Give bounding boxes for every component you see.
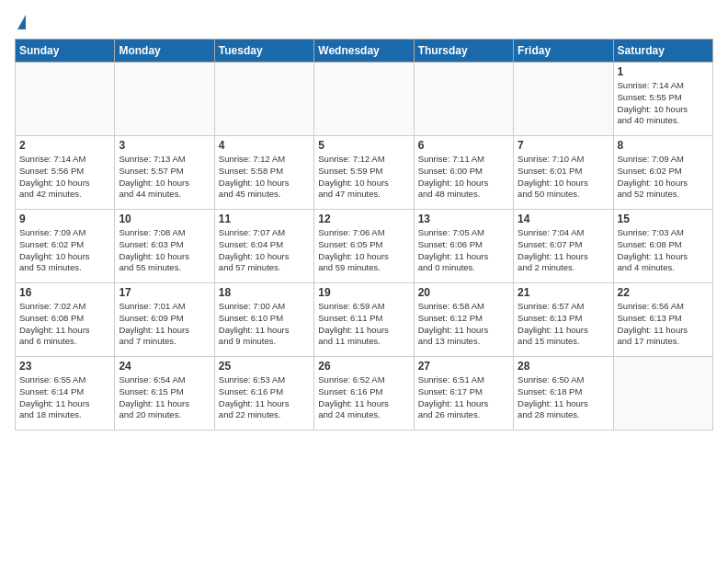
- calendar-cell: 6Sunrise: 7:11 AM Sunset: 6:00 PM Daylig…: [414, 136, 513, 210]
- calendar-cell: 12Sunrise: 7:06 AM Sunset: 6:05 PM Dayli…: [314, 210, 414, 283]
- day-header-friday: Friday: [514, 40, 613, 63]
- calendar-cell: 11Sunrise: 7:07 AM Sunset: 6:04 PM Dayli…: [214, 210, 313, 283]
- day-info: Sunrise: 7:10 AM Sunset: 6:01 PM Dayligh…: [518, 154, 609, 201]
- calendar-cell: 19Sunrise: 6:59 AM Sunset: 6:11 PM Dayli…: [314, 283, 414, 357]
- calendar-cell: [115, 63, 214, 136]
- day-info: Sunrise: 7:09 AM Sunset: 6:02 PM Dayligh…: [19, 227, 110, 274]
- calendar-cell: 8Sunrise: 7:09 AM Sunset: 6:02 PM Daylig…: [613, 136, 712, 210]
- day-number: 3: [119, 139, 210, 152]
- calendar-cell: [613, 357, 712, 431]
- day-number: 18: [219, 286, 310, 299]
- day-number: 19: [318, 286, 409, 299]
- calendar-cell: 9Sunrise: 7:09 AM Sunset: 6:02 PM Daylig…: [16, 210, 115, 283]
- calendar-cell: 27Sunrise: 6:51 AM Sunset: 6:17 PM Dayli…: [414, 357, 513, 431]
- calendar-cell: 16Sunrise: 7:02 AM Sunset: 6:08 PM Dayli…: [16, 283, 115, 357]
- calendar-cell: 17Sunrise: 7:01 AM Sunset: 6:09 PM Dayli…: [115, 283, 214, 357]
- day-info: Sunrise: 6:58 AM Sunset: 6:12 PM Dayligh…: [418, 301, 509, 348]
- calendar-cell: 5Sunrise: 7:12 AM Sunset: 5:59 PM Daylig…: [314, 136, 414, 210]
- day-info: Sunrise: 7:04 AM Sunset: 6:07 PM Dayligh…: [518, 227, 609, 274]
- day-number: 27: [418, 360, 509, 373]
- day-number: 24: [119, 360, 210, 373]
- calendar-week-row: 2Sunrise: 7:14 AM Sunset: 5:56 PM Daylig…: [16, 136, 713, 210]
- day-number: 16: [19, 286, 110, 299]
- day-info: Sunrise: 7:13 AM Sunset: 5:57 PM Dayligh…: [119, 154, 210, 201]
- day-number: 26: [318, 360, 409, 373]
- day-number: 9: [19, 213, 110, 225]
- day-number: 8: [618, 139, 709, 152]
- day-number: 25: [219, 360, 310, 373]
- calendar-week-row: 1Sunrise: 7:14 AM Sunset: 5:55 PM Daylig…: [16, 63, 713, 136]
- day-info: Sunrise: 7:12 AM Sunset: 5:58 PM Dayligh…: [219, 154, 310, 201]
- calendar-cell: [16, 63, 115, 136]
- calendar-header-row: SundayMondayTuesdayWednesdayThursdayFrid…: [16, 40, 713, 63]
- calendar-cell: 14Sunrise: 7:04 AM Sunset: 6:07 PM Dayli…: [514, 210, 613, 283]
- day-header-sunday: Sunday: [16, 40, 115, 63]
- calendar-cell: 15Sunrise: 7:03 AM Sunset: 6:08 PM Dayli…: [613, 210, 712, 283]
- day-info: Sunrise: 6:56 AM Sunset: 6:13 PM Dayligh…: [618, 301, 709, 348]
- day-info: Sunrise: 7:14 AM Sunset: 5:56 PM Dayligh…: [19, 154, 110, 201]
- day-number: 13: [418, 213, 509, 225]
- calendar-week-row: 23Sunrise: 6:55 AM Sunset: 6:14 PM Dayli…: [16, 357, 713, 431]
- day-number: 6: [418, 139, 509, 152]
- day-info: Sunrise: 6:52 AM Sunset: 6:16 PM Dayligh…: [318, 374, 409, 421]
- day-info: Sunrise: 7:09 AM Sunset: 6:02 PM Dayligh…: [618, 154, 709, 201]
- day-info: Sunrise: 6:55 AM Sunset: 6:14 PM Dayligh…: [19, 374, 110, 421]
- calendar-cell: 24Sunrise: 6:54 AM Sunset: 6:15 PM Dayli…: [115, 357, 214, 431]
- calendar-cell: 2Sunrise: 7:14 AM Sunset: 5:56 PM Daylig…: [16, 136, 115, 210]
- day-number: 20: [418, 286, 509, 299]
- day-header-saturday: Saturday: [613, 40, 712, 63]
- day-header-wednesday: Wednesday: [314, 40, 414, 63]
- calendar-table: SundayMondayTuesdayWednesdayThursdayFrid…: [15, 39, 713, 431]
- day-info: Sunrise: 6:57 AM Sunset: 6:13 PM Dayligh…: [518, 301, 609, 348]
- calendar-cell: 4Sunrise: 7:12 AM Sunset: 5:58 PM Daylig…: [214, 136, 313, 210]
- calendar-cell: [414, 63, 513, 136]
- day-number: 2: [19, 139, 110, 152]
- day-info: Sunrise: 6:54 AM Sunset: 6:15 PM Dayligh…: [119, 374, 210, 421]
- day-info: Sunrise: 6:50 AM Sunset: 6:18 PM Dayligh…: [518, 374, 609, 421]
- day-number: 17: [119, 286, 210, 299]
- calendar-week-row: 9Sunrise: 7:09 AM Sunset: 6:02 PM Daylig…: [16, 210, 713, 283]
- logo: [15, 15, 26, 31]
- calendar-cell: 7Sunrise: 7:10 AM Sunset: 6:01 PM Daylig…: [514, 136, 613, 210]
- calendar-cell: 1Sunrise: 7:14 AM Sunset: 5:55 PM Daylig…: [613, 63, 712, 136]
- calendar-cell: [214, 63, 313, 136]
- day-info: Sunrise: 6:51 AM Sunset: 6:17 PM Dayligh…: [418, 374, 509, 421]
- calendar-cell: 25Sunrise: 6:53 AM Sunset: 6:16 PM Dayli…: [214, 357, 313, 431]
- day-info: Sunrise: 6:59 AM Sunset: 6:11 PM Dayligh…: [318, 301, 409, 348]
- day-number: 4: [219, 139, 310, 152]
- calendar-cell: [514, 63, 613, 136]
- day-info: Sunrise: 7:14 AM Sunset: 5:55 PM Dayligh…: [618, 80, 709, 127]
- page-header: [15, 15, 713, 31]
- day-info: Sunrise: 7:12 AM Sunset: 5:59 PM Dayligh…: [318, 154, 409, 201]
- calendar-cell: 13Sunrise: 7:05 AM Sunset: 6:06 PM Dayli…: [414, 210, 513, 283]
- day-info: Sunrise: 7:02 AM Sunset: 6:08 PM Dayligh…: [19, 301, 110, 348]
- calendar-cell: 3Sunrise: 7:13 AM Sunset: 5:57 PM Daylig…: [115, 136, 214, 210]
- day-header-monday: Monday: [115, 40, 214, 63]
- day-info: Sunrise: 7:03 AM Sunset: 6:08 PM Dayligh…: [618, 227, 709, 274]
- day-info: Sunrise: 7:07 AM Sunset: 6:04 PM Dayligh…: [219, 227, 310, 274]
- day-number: 5: [318, 139, 409, 152]
- day-number: 15: [618, 213, 709, 225]
- day-number: 7: [518, 139, 609, 152]
- day-info: Sunrise: 7:08 AM Sunset: 6:03 PM Dayligh…: [119, 227, 210, 274]
- calendar-cell: 26Sunrise: 6:52 AM Sunset: 6:16 PM Dayli…: [314, 357, 414, 431]
- calendar-cell: 22Sunrise: 6:56 AM Sunset: 6:13 PM Dayli…: [613, 283, 712, 357]
- day-number: 21: [518, 286, 609, 299]
- day-info: Sunrise: 7:05 AM Sunset: 6:06 PM Dayligh…: [418, 227, 509, 274]
- day-info: Sunrise: 7:00 AM Sunset: 6:10 PM Dayligh…: [219, 301, 310, 348]
- day-number: 28: [518, 360, 609, 373]
- day-number: 1: [618, 65, 709, 78]
- day-number: 10: [119, 213, 210, 225]
- calendar-cell: 20Sunrise: 6:58 AM Sunset: 6:12 PM Dayli…: [414, 283, 513, 357]
- calendar-cell: 18Sunrise: 7:00 AM Sunset: 6:10 PM Dayli…: [214, 283, 313, 357]
- day-info: Sunrise: 7:06 AM Sunset: 6:05 PM Dayligh…: [318, 227, 409, 274]
- day-header-thursday: Thursday: [414, 40, 513, 63]
- calendar-cell: 28Sunrise: 6:50 AM Sunset: 6:18 PM Dayli…: [514, 357, 613, 431]
- day-number: 14: [518, 213, 609, 225]
- calendar-cell: 21Sunrise: 6:57 AM Sunset: 6:13 PM Dayli…: [514, 283, 613, 357]
- day-number: 22: [618, 286, 709, 299]
- day-info: Sunrise: 6:53 AM Sunset: 6:16 PM Dayligh…: [219, 374, 310, 421]
- logo-triangle-icon: [17, 15, 26, 29]
- day-header-tuesday: Tuesday: [214, 40, 313, 63]
- day-info: Sunrise: 7:01 AM Sunset: 6:09 PM Dayligh…: [119, 301, 210, 348]
